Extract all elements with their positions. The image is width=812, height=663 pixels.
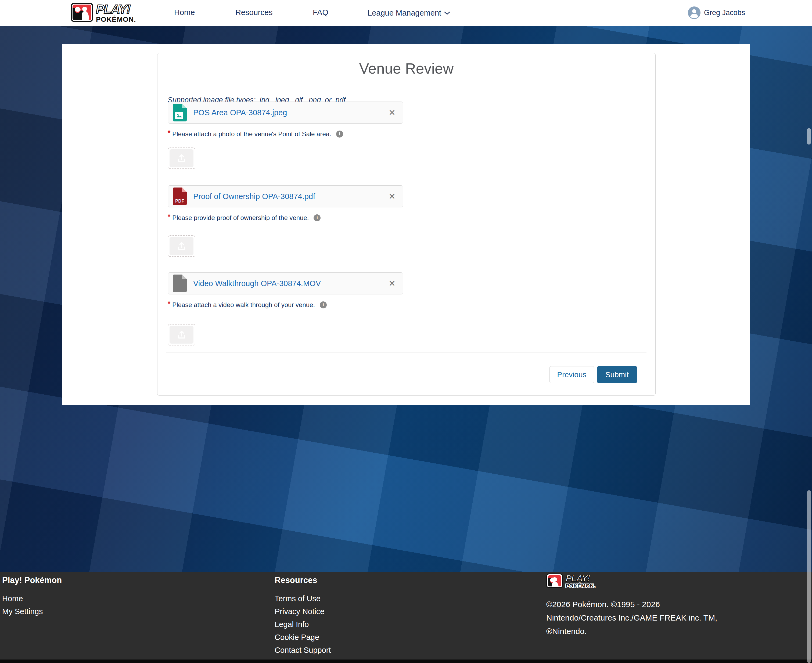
- nav-item-league-management[interactable]: League Management: [367, 8, 450, 18]
- logo-play-text: PLAY!: [566, 574, 595, 583]
- footer-link-my-settings[interactable]: My Settings: [2, 605, 62, 618]
- copyright-text: ©2026 Pokémon. ©1995 - 2026 Nintendo/Cre…: [546, 598, 717, 638]
- upload-icon: [176, 154, 187, 163]
- file-chip-pos-area: POS Area OPA-30874.jpeg ✕: [168, 102, 403, 124]
- file-link[interactable]: Proof of Ownership OPA-30874.pdf: [193, 192, 315, 201]
- footer-column-resources: Resources Terms of Use Privacy Notice Le…: [275, 576, 331, 657]
- info-icon[interactable]: i: [336, 131, 343, 137]
- user-menu[interactable]: Greg Jacobs: [688, 6, 745, 19]
- footer-link-terms-of-use[interactable]: Terms of Use: [275, 592, 331, 605]
- upload-prompt: * Please attach a photo of the venue's P…: [168, 130, 645, 138]
- file-chip-proof-of-ownership: PDF Proof of Ownership OPA-30874.pdf ✕: [168, 185, 403, 207]
- logo-pokemon-text: POKÉMON.: [566, 583, 595, 588]
- submit-button[interactable]: Submit: [597, 366, 637, 383]
- upload-dropzone-button[interactable]: [168, 235, 195, 257]
- page-scrollbar-thumb[interactable]: [807, 490, 811, 663]
- top-navbar: PLAY! POKÉMON. Home Resources FAQ League…: [0, 0, 812, 26]
- upload-icon: [176, 330, 187, 339]
- footer-link-cookie-page[interactable]: Cookie Page: [275, 631, 331, 644]
- upload-dropzone-button[interactable]: [168, 324, 195, 346]
- logo-pokemon-text: POKÉMON.: [96, 16, 136, 23]
- info-icon[interactable]: i: [314, 214, 320, 222]
- info-icon[interactable]: i: [320, 301, 327, 309]
- nav-item-faq[interactable]: FAQ: [313, 8, 328, 17]
- footer-heading: Play! Pokémon: [2, 576, 62, 585]
- required-marker: *: [168, 299, 170, 307]
- footer-link-home[interactable]: Home: [2, 592, 62, 605]
- user-avatar-icon: [688, 6, 700, 19]
- play-pokemon-logo-icon: [71, 3, 93, 22]
- file-link[interactable]: Video Walkthrough OPA-30874.MOV: [193, 279, 321, 288]
- remove-file-icon[interactable]: ✕: [388, 280, 396, 288]
- play-pokemon-logo[interactable]: PLAY! POKÉMON.: [71, 3, 136, 23]
- upload-prompt: * Please provide proof of ownership of t…: [168, 214, 645, 222]
- footer-column-play-pokemon: Play! Pokémon Home My Settings: [2, 576, 62, 618]
- generic-file-icon: [173, 275, 187, 292]
- footer-link-privacy-notice[interactable]: Privacy Notice: [275, 605, 331, 618]
- prompt-text: Please attach a photo of the venue's Poi…: [172, 130, 331, 138]
- page-title: Venue Review: [168, 60, 645, 77]
- pdf-file-icon: PDF: [173, 188, 187, 205]
- required-marker: *: [168, 212, 170, 220]
- pokeball-icon: [75, 7, 81, 13]
- bottom-bar: [0, 660, 812, 663]
- form-actions: Previous Submit: [168, 366, 645, 383]
- upload-prompt: * Please attach a video walk through of …: [168, 301, 645, 309]
- checkered-background: Venue Review Supported image file types:…: [0, 26, 812, 572]
- file-chip-video-walkthrough: Video Walkthrough OPA-30874.MOV ✕: [168, 272, 403, 294]
- footer: Play! Pokémon Home My Settings Resources…: [0, 572, 812, 660]
- file-link[interactable]: POS Area OPA-30874.jpeg: [193, 108, 287, 117]
- play-pokemon-logo-icon: [546, 574, 563, 588]
- footer-link-legal-info[interactable]: Legal Info: [275, 618, 331, 631]
- footer-play-pokemon-logo: PLAY! POKÉMON.: [546, 574, 717, 591]
- remove-file-icon[interactable]: ✕: [388, 108, 396, 117]
- content-panel: Venue Review Supported image file types:…: [62, 44, 750, 405]
- chevron-down-icon: [444, 8, 450, 17]
- previous-button[interactable]: Previous: [550, 366, 594, 383]
- footer-column-legal: PLAY! POKÉMON. ©2026 Pokémon. ©1995 - 20…: [546, 574, 717, 638]
- venue-review-card: Venue Review Supported image file types:…: [157, 53, 656, 396]
- remove-file-icon[interactable]: ✕: [388, 192, 396, 201]
- page: PLAY! POKÉMON. Home Resources FAQ League…: [0, 0, 812, 663]
- divider: [166, 352, 647, 353]
- prompt-text: Please attach a video walk through of yo…: [172, 301, 315, 309]
- logo-play-text: PLAY!: [96, 3, 136, 15]
- image-file-icon: [173, 104, 187, 121]
- footer-heading: Resources: [275, 576, 331, 585]
- prompt-text: Please provide proof of ownership of the…: [172, 214, 309, 222]
- user-name: Greg Jacobs: [704, 9, 745, 17]
- nav-item-resources[interactable]: Resources: [235, 8, 273, 17]
- upload-icon: [176, 241, 187, 251]
- inner-scrollbar-thumb[interactable]: [807, 128, 811, 144]
- nav-item-home[interactable]: Home: [174, 8, 195, 17]
- required-marker: *: [168, 129, 170, 137]
- upload-dropzone-button[interactable]: [168, 147, 195, 169]
- footer-link-contact-support[interactable]: Contact Support: [275, 644, 331, 657]
